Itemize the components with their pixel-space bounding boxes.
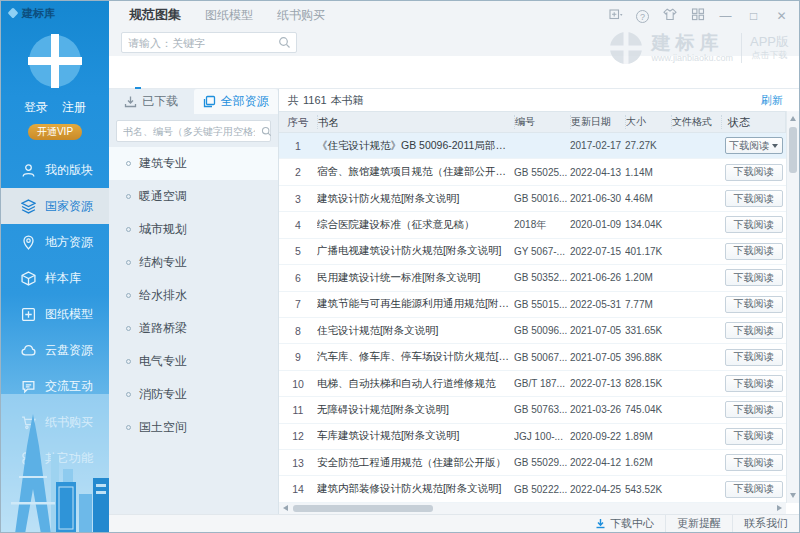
category-item[interactable]: 给水排水 — [109, 279, 278, 312]
main-tab[interactable] — [281, 56, 303, 89]
update-reminder-link[interactable]: 更新提醒 — [665, 515, 732, 533]
scroll-up-arrow-icon[interactable] — [790, 116, 796, 121]
sidebar-item-national-resources[interactable]: 国家资源 — [1, 188, 109, 224]
download-read-button[interactable]: 下载阅读 — [725, 164, 783, 181]
column-header-format[interactable]: 文件格式 — [671, 115, 721, 129]
horizontal-scroll-thumb[interactable] — [293, 505, 433, 512]
download-read-button[interactable]: 下载阅读 — [725, 428, 783, 445]
scroll-right-arrow-icon[interactable] — [777, 505, 782, 511]
app-tab-standards[interactable]: 规范图集 — [129, 6, 181, 24]
sidebar-item-local-resources[interactable]: 地方资源 — [1, 224, 109, 260]
refresh-link[interactable]: 刷新 — [761, 93, 783, 108]
main-tab[interactable] — [303, 56, 325, 89]
downloaded-tab[interactable]: 已下载 — [109, 89, 194, 114]
table-row[interactable]: 11 无障碍设计规范[附条文说明] GB 50763... 2021-03-26… — [279, 397, 786, 423]
download-read-button[interactable]: 下载阅读 — [725, 137, 783, 154]
skin-icon[interactable] — [662, 8, 677, 24]
main-tab[interactable] — [237, 56, 259, 89]
sidebar-item-sample-library[interactable]: 样本库 — [1, 260, 109, 296]
horizontal-scrollbar[interactable] — [279, 503, 786, 514]
main-tab[interactable] — [193, 56, 215, 89]
download-read-button[interactable]: 下载阅读 — [725, 454, 783, 471]
main-tab[interactable] — [171, 56, 193, 89]
download-read-button[interactable]: 下载阅读 — [725, 243, 783, 260]
table-row[interactable]: 1 《住宅设计规范》GB 50096-2011局部修订条文及说... 2017-… — [279, 133, 786, 159]
vertical-scrollbar[interactable] — [786, 111, 799, 503]
apps-menu-icon[interactable] — [690, 8, 705, 24]
column-header-status[interactable]: 状态 — [721, 115, 785, 129]
file-size: 1.20M — [625, 272, 671, 283]
download-center-link[interactable]: 下载中心 — [584, 515, 665, 533]
download-read-button[interactable]: 下载阅读 — [725, 190, 783, 207]
book-name: 建筑设计防火规范[附条文说明] — [317, 192, 514, 206]
bullet-icon — [126, 227, 131, 232]
table-row[interactable]: 2 宿舍、旅馆建筑项目规范（住建部公开版） GB 55025... 2022-0… — [279, 159, 786, 185]
column-header-index[interactable]: 序号 — [279, 115, 317, 129]
location-icon — [21, 235, 36, 250]
download-read-button[interactable]: 下载阅读 — [725, 216, 783, 233]
app-tab-drawings[interactable]: 图纸模型 — [205, 7, 253, 24]
minimize-icon[interactable]: — — [718, 9, 733, 23]
bullet-icon — [126, 293, 131, 298]
register-link[interactable]: 注册 — [62, 100, 86, 114]
download-read-button[interactable]: 下载阅读 — [725, 322, 783, 339]
scroll-left-arrow-icon[interactable] — [283, 505, 288, 511]
download-read-button[interactable]: 下载阅读 — [725, 349, 783, 366]
category-search-input[interactable] — [117, 126, 261, 137]
app-tab-books[interactable]: 纸书购买 — [277, 7, 325, 24]
sidebar-item-other-functions[interactable]: 其它功能 — [1, 440, 109, 476]
table-row[interactable]: 13 安全防范工程通用规范（住建部公开版） GB 55029... 2022-0… — [279, 450, 786, 476]
download-read-button[interactable]: 下载阅读 — [725, 401, 783, 418]
table-row[interactable]: 12 车库建筑设计规范[附条文说明] JGJ 100-... 2020-09-2… — [279, 424, 786, 450]
keyword-search-input[interactable] — [122, 37, 278, 49]
vertical-scroll-thumb[interactable] — [789, 127, 797, 173]
category-item[interactable]: 城市规划 — [109, 213, 278, 246]
vip-button[interactable]: 开通VIP — [28, 124, 82, 140]
category-item[interactable]: 消防专业 — [109, 378, 278, 411]
count-prefix: 共 — [288, 93, 299, 108]
main-tab[interactable] — [215, 56, 237, 89]
table-row[interactable]: 4 综合医院建设标准（征求意见稿） 2018年 2020-01-09 134.0… — [279, 212, 786, 238]
column-header-date[interactable]: 更新日期 — [570, 115, 625, 129]
new-window-icon[interactable] — [608, 8, 623, 24]
table-row[interactable]: 9 汽车库、修车库、停车场设计防火规范[附条文说明] GB 50067... 2… — [279, 344, 786, 370]
login-link[interactable]: 登录 — [24, 100, 48, 114]
table-row[interactable]: 8 住宅设计规范[附条文说明] GB 50096... 2021-07-05 3… — [279, 318, 786, 344]
column-header-name[interactable]: 书名 — [317, 115, 514, 129]
all-resources-tab[interactable]: 全部资源 — [194, 89, 279, 114]
main-tab[interactable] — [259, 56, 281, 89]
sidebar-item-book-purchase[interactable]: 纸书购买 — [1, 404, 109, 440]
column-header-size[interactable]: 大小 — [625, 115, 671, 129]
close-icon[interactable]: ✕ — [774, 9, 789, 23]
contact-us-link[interactable]: 联系我们 — [732, 515, 799, 533]
sidebar-item-drawing-models[interactable]: 图纸模型 — [1, 296, 109, 332]
table-row[interactable]: 6 民用建筑设计统一标准[附条文说明] GB 50352... 2021-06-… — [279, 265, 786, 291]
category-search-box — [116, 120, 271, 142]
category-item[interactable]: 电气专业 — [109, 345, 278, 378]
category-item[interactable]: 国土空间 — [109, 411, 278, 444]
maximize-icon[interactable]: □ — [746, 9, 761, 23]
resource-subtabs: 已下载 全部资源 — [109, 89, 278, 114]
download-read-button[interactable]: 下载阅读 — [725, 296, 783, 313]
download-read-button[interactable]: 下载阅读 — [725, 481, 783, 498]
category-item[interactable]: 建筑专业 — [109, 147, 278, 180]
sidebar-item-community[interactable]: 交流互动 — [1, 368, 109, 404]
sidebar-item-cloud-resources[interactable]: 云盘资源 — [1, 332, 109, 368]
main-tab[interactable] — [149, 56, 171, 89]
download-read-button[interactable]: 下载阅读 — [725, 269, 783, 286]
sidebar-item-my-section[interactable]: 我的版块 — [1, 152, 109, 188]
table-row[interactable]: 14 建筑内部装修设计防火规范[附条文说明] GB 50222... 2022-… — [279, 476, 786, 502]
download-read-label: 下载阅读 — [734, 165, 774, 179]
column-header-code[interactable]: 编号 — [514, 115, 570, 129]
category-item[interactable]: 暖通空调 — [109, 180, 278, 213]
category-item[interactable]: 道路桥梁 — [109, 312, 278, 345]
category-item[interactable]: 结构专业 — [109, 246, 278, 279]
table-row[interactable]: 7 建筑节能与可再生能源利用通用规范[附条文说明] GB 55015... 20… — [279, 292, 786, 318]
main-tab[interactable] — [127, 56, 149, 89]
download-read-button[interactable]: 下载阅读 — [725, 375, 783, 392]
table-row[interactable]: 10 电梯、自动扶梯和自动人行道维修规范 GB/T 187... 2022-07… — [279, 371, 786, 397]
table-row[interactable]: 3 建筑设计防火规范[附条文说明] GB 50016... 2021-06-30… — [279, 186, 786, 212]
scroll-down-arrow-icon[interactable] — [790, 493, 796, 498]
help-icon[interactable]: ? — [636, 10, 649, 23]
table-row[interactable]: 5 广播电视建筑设计防火规范[附条文说明] GY 5067-... 2022-0… — [279, 239, 786, 265]
